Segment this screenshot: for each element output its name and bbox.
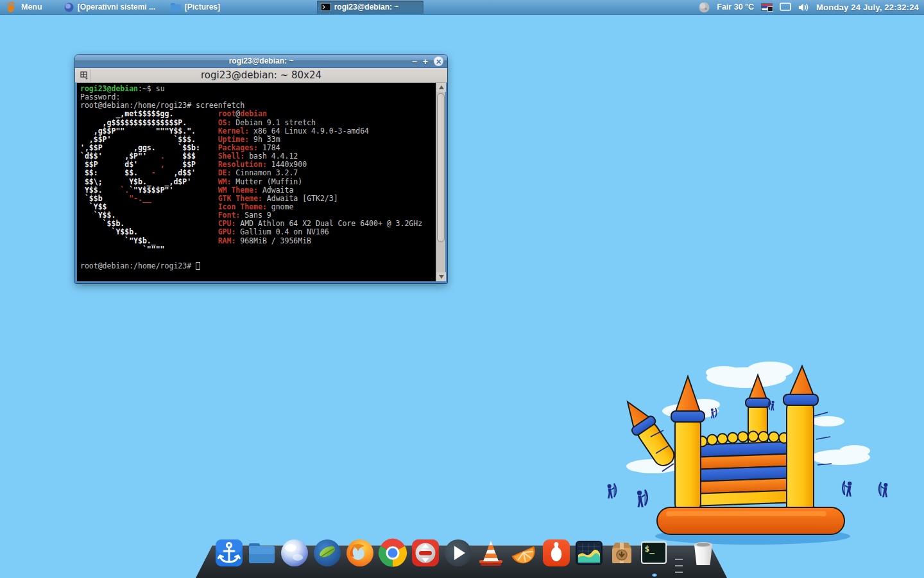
taskbar-item-pictures[interactable]: [Pictures] — [167, 1, 273, 14]
keyboard-layout-flag-icon[interactable] — [761, 3, 773, 11]
taskbar-item-browser[interactable]: [Operativni sistemi ... — [60, 1, 167, 14]
dock-handle[interactable] — [671, 538, 687, 578]
system-monitor-chart-icon — [574, 538, 604, 568]
display-icon[interactable] — [780, 3, 791, 12]
dock-item-utility[interactable] — [540, 538, 572, 578]
scrollbar[interactable] — [436, 83, 445, 281]
globe-moon-icon — [280, 538, 309, 568]
dock-item-midori[interactable] — [311, 538, 343, 578]
play-icon — [443, 538, 473, 568]
terminal-dollar-icon: $_ — [641, 541, 667, 564]
folder-icon — [171, 3, 181, 12]
taskbar-item-terminal[interactable]: rogi23@debian: ~ — [317, 1, 424, 14]
dock-item-docky[interactable] — [212, 538, 245, 578]
dock-item-vlc[interactable] — [474, 538, 507, 578]
close-button[interactable]: ✕ — [434, 57, 443, 66]
dock-item-terminal[interactable]: $_ $_ — [638, 538, 671, 578]
scrollbar-thumb[interactable] — [437, 93, 445, 242]
running-indicator — [652, 574, 657, 577]
top-panel: Menu [Operativni sistemi ... [Pictures] … — [0, 0, 924, 15]
dock-item-transfer[interactable] — [409, 538, 441, 578]
dock-item-mediaplayer[interactable] — [441, 538, 474, 578]
terminal-window: rogi23@debian: ~ − + ✕ rogi23@debian: ~ … — [75, 55, 447, 283]
system-tray: Fair 30 °C Monday 24 July, 22:32:24 — [699, 2, 924, 13]
folder-icon — [247, 538, 277, 568]
weather-moon-icon[interactable] — [699, 2, 710, 13]
updown-arrows-icon — [411, 538, 440, 568]
package-box-icon — [607, 538, 637, 568]
terminal-screen[interactable]: rogi23@debian:~$ suPassword:root@debian:… — [75, 83, 447, 283]
vlc-cone-icon — [476, 538, 506, 568]
dock: $_ $_ — [212, 538, 719, 578]
dock-item-trash[interactable] — [687, 538, 719, 578]
scroll-up-arrow[interactable] — [436, 83, 446, 92]
trash-bin-icon — [689, 538, 718, 568]
midori-leaf-icon — [312, 538, 342, 568]
dock-item-clementine[interactable] — [507, 538, 540, 578]
panel-clock[interactable]: Monday 24 July, 22:32:24 — [816, 3, 919, 12]
window-title: rogi23@debian: ~ — [75, 57, 447, 66]
minimize-button[interactable]: − — [412, 57, 417, 66]
orange-slice-icon — [509, 538, 538, 568]
terminal-icon — [321, 3, 330, 11]
anchor-icon — [214, 538, 244, 568]
chrome-icon — [378, 538, 407, 568]
white-bottle-icon — [542, 538, 571, 568]
dock-handle-dashes — [675, 559, 683, 573]
dock-item-palemoon[interactable] — [278, 538, 311, 578]
weather-label[interactable]: Fair 30 °C — [717, 3, 754, 12]
globe-icon — [64, 3, 74, 12]
dock-item-sysmonitor[interactable] — [572, 538, 605, 578]
volume-icon[interactable] — [798, 3, 809, 12]
dock-item-packages[interactable] — [605, 538, 638, 578]
gnome-foot-icon — [5, 1, 17, 13]
wallpaper-bouncy-castle — [602, 355, 905, 550]
maximize-button[interactable]: + — [423, 57, 428, 66]
dock-item-files[interactable] — [245, 538, 278, 578]
xterm-title: rogi23@debian: ~ 80x24 — [75, 69, 447, 81]
menu-button[interactable]: Menu — [0, 0, 49, 14]
menu-label: Menu — [21, 3, 42, 12]
dock-item-firefox[interactable] — [343, 538, 376, 578]
dock-item-chrome[interactable] — [376, 538, 409, 578]
scroll-down-arrow[interactable] — [436, 272, 446, 281]
window-titlebar[interactable]: rogi23@debian: ~ − + ✕ — [75, 55, 447, 68]
xterm-titlebar: rogi23@debian: ~ 80x24 — [75, 68, 447, 83]
terminal-output: rogi23@debian:~$ suPassword:root@debian:… — [80, 85, 434, 281]
desktop: { "panel": { "menu_label": "Menu", "task… — [0, 0, 924, 578]
firefox-icon — [345, 538, 375, 568]
